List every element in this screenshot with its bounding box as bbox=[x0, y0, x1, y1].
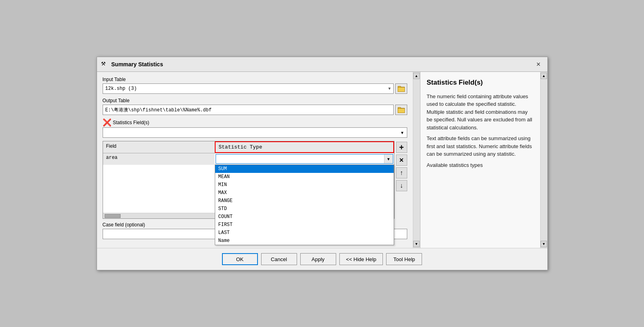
statistic-type-dropdown-btn[interactable]: ▼ bbox=[384, 155, 393, 163]
close-button[interactable]: × bbox=[534, 59, 543, 69]
right-panel-wrapper: Statistics Field(s) The numeric field co… bbox=[420, 72, 547, 248]
error-icon: ❌ bbox=[103, 119, 111, 126]
add-row-button[interactable]: + bbox=[396, 142, 407, 153]
input-table-row: 12k.shp (3) ▼ bbox=[103, 83, 407, 94]
remove-row-button[interactable]: × bbox=[396, 155, 407, 166]
apply-button[interactable]: Apply bbox=[300, 253, 336, 265]
statistics-fields-group: ❌ Statistics Field(s) ▼ bbox=[103, 119, 407, 239]
cancel-button[interactable]: Cancel bbox=[261, 253, 297, 265]
dialog-footer: OK Cancel Apply << Hide Help Tool Help bbox=[97, 248, 547, 270]
dropdown-item-first[interactable]: FIRST bbox=[215, 221, 394, 229]
statistic-input-row: ▼ bbox=[216, 154, 393, 164]
field-cell-area: area bbox=[103, 153, 215, 164]
left-panel: Input Table 12k.shp (3) ▼ bbox=[97, 72, 413, 248]
scroll-thumb[interactable] bbox=[105, 214, 121, 218]
statistic-type-cell: ▼ SUM MEAN MIN MAX RANGE bbox=[215, 153, 394, 164]
field-table: Field Statistic Type area ▼ bbox=[103, 141, 394, 219]
statistics-field-dropdown[interactable]: ▼ bbox=[103, 127, 407, 138]
tool-help-button[interactable]: Tool Help bbox=[386, 253, 422, 265]
right-scroll-down[interactable]: ▼ bbox=[541, 241, 547, 247]
dropdown-item-max[interactable]: MAX bbox=[215, 189, 394, 197]
dropdown-item-last[interactable]: LAST bbox=[215, 229, 394, 237]
scroll-down-arrow[interactable]: ▼ bbox=[413, 241, 420, 247]
right-panel-para-3: Available statistics types bbox=[427, 161, 534, 169]
table-row: area ▼ SUM MEAN bbox=[103, 153, 394, 165]
dialog-body: Input Table 12k.shp (3) ▼ bbox=[97, 72, 547, 248]
right-panel-para-2: Text attribute fields can be summarized … bbox=[427, 135, 534, 158]
left-panel-scrollbar: ▲ ▼ bbox=[413, 72, 420, 248]
svg-rect-6 bbox=[398, 109, 404, 113]
move-up-button[interactable]: ↑ bbox=[396, 167, 407, 178]
tool-icon: ⚒ bbox=[101, 61, 108, 68]
input-table-folder-button[interactable] bbox=[395, 83, 407, 94]
ok-button[interactable]: OK bbox=[222, 253, 258, 265]
dropdown-item-min[interactable]: MIN bbox=[215, 181, 394, 189]
svg-rect-2 bbox=[398, 87, 404, 91]
input-table-combo[interactable]: 12k.shp (3) ▼ bbox=[103, 83, 394, 94]
field-table-area: Field Statistic Type area ▼ bbox=[103, 141, 407, 219]
right-panel-scrollbar: ▲ ▼ bbox=[540, 72, 547, 248]
field-column-header: Field bbox=[103, 141, 215, 153]
input-table-value: 12k.shp (3) bbox=[105, 86, 137, 91]
move-down-button[interactable]: ↓ bbox=[396, 180, 407, 191]
output-table-label: Output Table bbox=[103, 98, 407, 103]
svg-rect-3 bbox=[398, 87, 405, 87]
folder-icon bbox=[398, 85, 405, 92]
output-table-input[interactable] bbox=[103, 105, 394, 115]
svg-rect-7 bbox=[398, 108, 405, 109]
right-panel-para-1: The numeric field containing attribute v… bbox=[427, 93, 534, 132]
right-panel-title: Statistics Field(s) bbox=[427, 77, 534, 88]
dropdown-item-std[interactable]: STD bbox=[215, 205, 394, 213]
title-bar-left: ⚒ Summary Statistics bbox=[101, 61, 163, 68]
hide-help-button[interactable]: << Hide Help bbox=[339, 253, 383, 265]
title-bar: ⚒ Summary Statistics × bbox=[97, 57, 547, 72]
input-table-group: Input Table 12k.shp (3) ▼ bbox=[103, 77, 407, 94]
statistic-type-column-header: Statistic Type bbox=[215, 141, 394, 153]
statistic-type-dropdown-list: SUM MEAN MIN MAX RANGE STD COUNT FIRST L bbox=[215, 164, 394, 245]
statistics-fields-label: ❌ Statistics Field(s) bbox=[103, 119, 407, 126]
dropdown-item-name[interactable]: Name bbox=[215, 237, 394, 245]
right-scroll-up[interactable]: ▲ bbox=[541, 73, 547, 79]
folder-icon-2 bbox=[398, 107, 405, 113]
right-panel: Statistics Field(s) The numeric field co… bbox=[420, 72, 540, 248]
scroll-up-arrow[interactable]: ▲ bbox=[413, 73, 420, 79]
output-table-row bbox=[103, 105, 407, 115]
statistic-type-input[interactable] bbox=[216, 155, 384, 163]
dropdown-item-range[interactable]: RANGE bbox=[215, 197, 394, 205]
dropdown-item-mean[interactable]: MEAN bbox=[215, 173, 394, 181]
output-table-group: Output Table bbox=[103, 98, 407, 115]
side-buttons: + × ↑ ↓ bbox=[396, 141, 407, 219]
stats-dropdown-arrow: ▼ bbox=[400, 131, 404, 135]
statistics-dropdown-row: ▼ bbox=[103, 127, 407, 138]
input-table-label: Input Table bbox=[103, 77, 407, 82]
summary-statistics-dialog: ⚒ Summary Statistics × Input Table 12k.s… bbox=[97, 57, 548, 270]
field-table-header: Field Statistic Type bbox=[103, 141, 394, 153]
output-table-folder-button[interactable] bbox=[395, 105, 407, 115]
dropdown-item-sum[interactable]: SUM bbox=[215, 165, 394, 173]
dialog-title: Summary Statistics bbox=[111, 61, 163, 67]
combo-arrow-icon: ▼ bbox=[388, 87, 390, 91]
dropdown-item-count[interactable]: COUNT bbox=[215, 213, 394, 221]
